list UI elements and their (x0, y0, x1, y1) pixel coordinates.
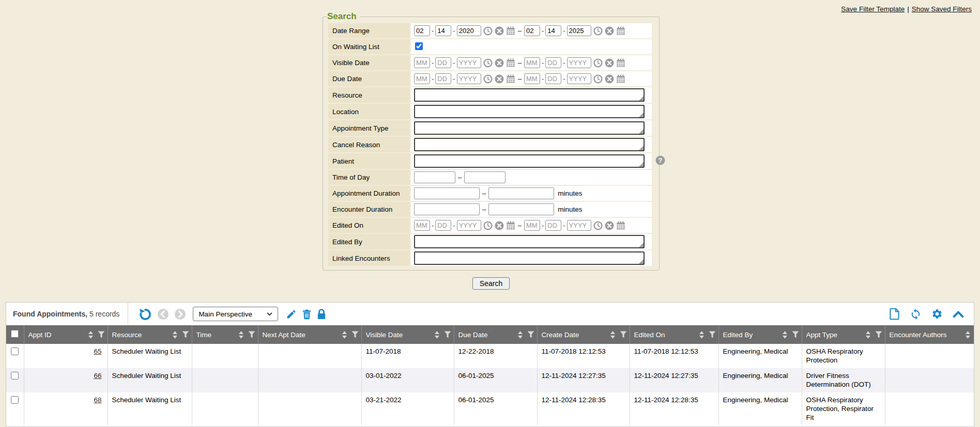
patient-input[interactable] (414, 154, 645, 168)
day-input[interactable] (435, 25, 451, 36)
sort-icon[interactable] (865, 331, 871, 339)
filter-icon[interactable] (709, 331, 716, 338)
undo-icon[interactable] (138, 307, 152, 321)
year-input[interactable] (567, 57, 591, 68)
clear-date-icon[interactable] (605, 58, 614, 68)
calendar-picker-icon[interactable] (506, 221, 515, 230)
help-icon[interactable]: ? (655, 155, 665, 167)
calendar-picker-icon[interactable] (506, 58, 515, 68)
sort-icon[interactable] (609, 331, 616, 339)
show-saved-filters-link[interactable]: Show Saved Filters (912, 5, 972, 13)
calendar-picker-icon[interactable] (616, 74, 625, 84)
row-select-checkbox[interactable] (11, 372, 19, 379)
time-picker-icon[interactable] (483, 74, 493, 84)
select-all-checkbox[interactable] (11, 330, 19, 338)
sort-icon[interactable] (238, 331, 244, 339)
month-input[interactable] (524, 57, 540, 68)
clear-date-icon[interactable] (495, 26, 504, 36)
month-input[interactable] (414, 220, 430, 231)
sort-icon[interactable] (782, 331, 788, 339)
day-input[interactable] (545, 73, 561, 84)
filter-icon[interactable] (875, 331, 882, 338)
filter-icon[interactable] (248, 331, 255, 338)
appt-id-link[interactable]: 65 (94, 347, 101, 355)
time-picker-icon[interactable] (483, 221, 493, 230)
edit-perspective-icon[interactable] (286, 309, 297, 320)
time-picker-icon[interactable] (593, 26, 603, 36)
perspective-select[interactable]: Main Perspective (193, 307, 278, 321)
range-from-input[interactable] (414, 171, 455, 183)
day-input[interactable] (435, 73, 451, 84)
time-picker-icon[interactable] (593, 58, 603, 68)
range-to-input[interactable] (488, 203, 554, 215)
calendar-picker-icon[interactable] (506, 26, 515, 36)
year-input[interactable] (457, 25, 481, 36)
filter-icon[interactable] (98, 331, 105, 338)
range-from-input[interactable] (414, 187, 480, 199)
waiting-list-checkbox[interactable] (415, 42, 423, 50)
filter-icon[interactable] (527, 331, 534, 338)
clear-date-icon[interactable] (495, 58, 504, 68)
year-input[interactable] (457, 57, 481, 68)
sort-icon[interactable] (434, 331, 440, 339)
clear-date-icon[interactable] (605, 221, 614, 230)
month-input[interactable] (414, 57, 430, 68)
calendar-picker-icon[interactable] (616, 26, 625, 36)
sort-icon[interactable] (964, 331, 971, 339)
day-input[interactable] (545, 57, 561, 68)
month-input[interactable] (414, 25, 430, 36)
appt-id-link[interactable]: 68 (94, 396, 101, 404)
lock-perspective-icon[interactable] (317, 309, 326, 320)
month-input[interactable] (414, 73, 430, 84)
appointment-type-input[interactable] (414, 121, 645, 135)
time-picker-icon[interactable] (593, 221, 603, 230)
month-input[interactable] (524, 220, 540, 231)
cancel-reason-input[interactable] (414, 138, 645, 151)
day-input[interactable] (435, 220, 451, 231)
filter-icon[interactable] (792, 331, 799, 338)
sort-icon[interactable] (517, 331, 524, 339)
save-filter-template-link[interactable]: Save Filter Template (841, 5, 905, 13)
year-input[interactable] (567, 25, 591, 36)
filter-icon[interactable] (351, 331, 359, 338)
filter-icon[interactable] (620, 331, 627, 338)
time-picker-icon[interactable] (593, 74, 603, 84)
day-input[interactable] (545, 220, 561, 231)
filter-icon[interactable] (182, 331, 189, 338)
resource-input[interactable] (414, 88, 645, 102)
delete-perspective-icon[interactable] (302, 309, 312, 320)
year-input[interactable] (457, 73, 481, 84)
linked-encounters-input[interactable] (414, 251, 645, 265)
location-input[interactable] (414, 105, 645, 118)
time-picker-icon[interactable] (483, 58, 493, 68)
calendar-picker-icon[interactable] (616, 58, 625, 68)
filter-icon[interactable] (444, 331, 451, 338)
next-page-icon[interactable] (174, 308, 186, 320)
row-select-checkbox[interactable] (11, 396, 19, 404)
clear-date-icon[interactable] (605, 74, 614, 84)
collapse-panel-icon[interactable] (953, 310, 964, 318)
range-to-input[interactable] (488, 187, 554, 199)
row-select-checkbox[interactable] (11, 347, 19, 355)
range-from-input[interactable] (414, 203, 480, 215)
sort-icon[interactable] (698, 331, 705, 339)
month-input[interactable] (524, 73, 540, 84)
year-input[interactable] (567, 220, 591, 231)
edited-by-input[interactable] (414, 235, 645, 248)
sort-icon[interactable] (341, 331, 348, 339)
month-input[interactable] (524, 25, 540, 36)
year-input[interactable] (457, 220, 481, 231)
range-to-input[interactable] (464, 171, 506, 183)
calendar-picker-icon[interactable] (616, 221, 625, 230)
day-input[interactable] (435, 57, 451, 68)
clear-date-icon[interactable] (495, 74, 504, 84)
sort-icon[interactable] (87, 331, 94, 339)
previous-page-icon[interactable] (157, 308, 169, 320)
refresh-icon[interactable] (910, 308, 922, 320)
appt-id-link[interactable]: 66 (94, 372, 101, 379)
time-picker-icon[interactable] (483, 26, 493, 36)
year-input[interactable] (567, 73, 591, 84)
export-document-icon[interactable] (889, 308, 900, 320)
calendar-picker-icon[interactable] (506, 74, 515, 84)
clear-date-icon[interactable] (605, 26, 614, 36)
